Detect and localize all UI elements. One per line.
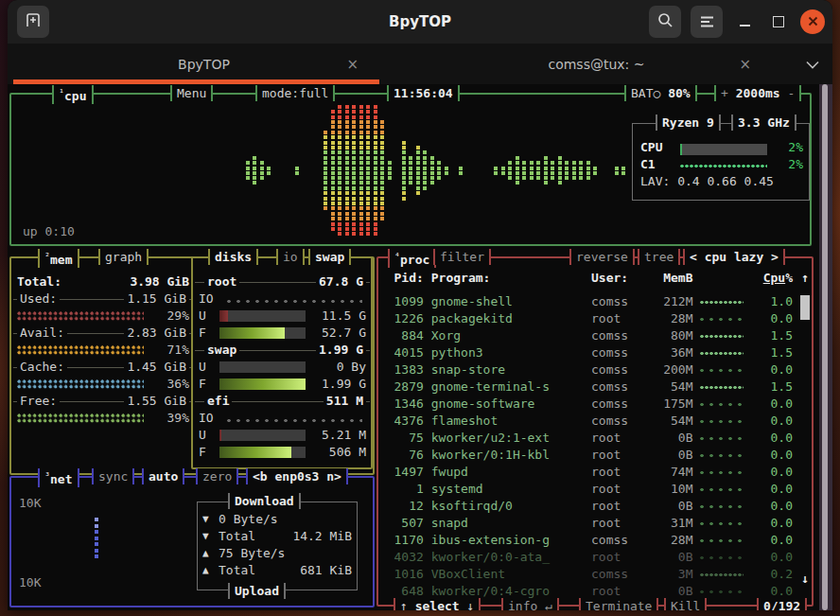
interval-plus-button[interactable]: + bbox=[721, 86, 728, 100]
proc-header-row: Pid: Program: User: MemB Cpu% bbox=[384, 270, 793, 287]
search-icon bbox=[657, 12, 674, 32]
proc-row[interactable]: 1346gnome-softwarecomss175M0.0 bbox=[384, 396, 793, 413]
proc-row[interactable]: 2879gnome-terminal-scomss54M1.5 bbox=[384, 378, 793, 396]
download-arrow-icon: ▼ bbox=[202, 528, 219, 545]
mem-meter-row: 36% bbox=[17, 376, 189, 393]
proc-row[interactable]: 12ksoftirqd/0root0B0.0 bbox=[384, 498, 793, 515]
tab-bpytop[interactable]: BpyTOP × bbox=[8, 44, 400, 84]
cpu-model: Ryzen 9 bbox=[656, 114, 721, 131]
close-button[interactable] bbox=[800, 9, 825, 34]
proc-box: ⁴proc filter reverse tree < cpu lazy > P… bbox=[376, 256, 814, 607]
tab-close-icon[interactable]: × bbox=[739, 56, 751, 73]
load-average: LAV: 0.4 0.66 0.45 bbox=[640, 173, 803, 190]
proc-select-buttons[interactable]: ↑ select ↓ bbox=[394, 598, 481, 610]
terminal-scrollbar[interactable] bbox=[819, 84, 832, 610]
proc-tree-button[interactable]: tree bbox=[638, 249, 680, 265]
proc-reverse-button[interactable]: reverse bbox=[569, 249, 635, 265]
mem-graph-toggle[interactable]: graph bbox=[98, 249, 149, 265]
menu-button-bpytop[interactable]: Menu bbox=[170, 85, 213, 101]
mem-meter-row: 29% bbox=[17, 308, 189, 325]
proc-row[interactable]: 75kworker/u2:1-extroot0B0.0 bbox=[384, 430, 793, 447]
maximize-button[interactable] bbox=[766, 9, 791, 34]
proc-row[interactable]: 1170ibus-extension-gcomss28M0.0 bbox=[384, 532, 793, 549]
disk-name-row: swap1.99 G bbox=[199, 342, 366, 359]
proc-sort-column[interactable]: Cpu% bbox=[755, 270, 793, 287]
net-speed-box: Download Upload ▼0 Byte/s▼Total14.2 MiB▲… bbox=[197, 502, 358, 590]
net-box-title[interactable]: ³net bbox=[38, 468, 79, 487]
net-sync-toggle[interactable]: sync bbox=[92, 468, 134, 484]
tab-list-button[interactable] bbox=[793, 44, 832, 84]
tab-label: BpyTOP bbox=[178, 57, 230, 72]
proc-row[interactable]: 76kworker/0:1H-kblroot0B0.0 bbox=[384, 447, 793, 464]
net-zero-toggle[interactable]: zero bbox=[196, 468, 238, 484]
minimize-icon bbox=[740, 25, 750, 26]
net-speed-row: ▲Total681 KiB bbox=[202, 562, 352, 579]
disk-meter-row: U0 By bbox=[199, 359, 366, 376]
cpu-graph bbox=[54, 100, 633, 240]
proc-row[interactable]: 1226packagekitdroot28M0.0 bbox=[384, 310, 793, 327]
mem-row: Cache:1.45 GiB bbox=[17, 359, 189, 376]
proc-scrollbar-thumb[interactable] bbox=[800, 295, 810, 320]
net-scale-top: 10K bbox=[19, 495, 41, 512]
disks-io-toggle[interactable]: io bbox=[276, 249, 305, 265]
disks-box: disks io swap root67.8 GIOU11.5 GF52.7 G… bbox=[191, 256, 373, 469]
proc-kill-button[interactable]: Kill bbox=[664, 598, 707, 610]
close-icon bbox=[808, 15, 818, 29]
mem-row: Used:1.15 GiB bbox=[17, 290, 189, 308]
proc-sort-selector[interactable]: < cpu lazy > bbox=[683, 249, 785, 265]
mem-row: Free:1.55 GiB bbox=[17, 393, 189, 410]
mem-meter-row: 39% bbox=[17, 410, 189, 427]
cpu-core1-meter bbox=[680, 164, 767, 168]
tab-shell[interactable]: comss@tux: ~ × bbox=[400, 44, 793, 84]
battery-indicator: BAT○ 80% bbox=[624, 85, 697, 101]
upload-arrow-icon: ▲ bbox=[202, 545, 219, 562]
proc-row[interactable]: 1497fwupdroot74M0.0 bbox=[384, 464, 793, 481]
tab-label: comss@tux: ~ bbox=[548, 57, 644, 72]
net-interface-switcher[interactable]: <b enp0s3 n> bbox=[246, 468, 348, 484]
proc-row[interactable]: 1099gnome-shellcomss212M1.0 bbox=[384, 293, 793, 310]
disk-io-row: IO bbox=[199, 410, 366, 427]
disks-swap-toggle[interactable]: swap bbox=[308, 249, 351, 265]
terminal-window: BpyTOP BpyTOP × bbox=[8, 0, 832, 610]
proc-terminate-button[interactable]: Terminate bbox=[579, 598, 658, 610]
battery-icon: ○ bbox=[653, 86, 660, 100]
disk-io-row: IO bbox=[199, 290, 366, 308]
net-box: ³net sync auto zero <b enp0s3 n> 10K 10K… bbox=[9, 476, 375, 607]
interval-control: + 2000ms - bbox=[714, 85, 801, 101]
mode-toggle[interactable]: mode:full bbox=[255, 85, 335, 101]
disk-meter-row: U5.21 M bbox=[199, 427, 366, 444]
menu-button[interactable] bbox=[691, 6, 723, 38]
proc-row[interactable]: 4015python3comss36M1.5 bbox=[384, 344, 793, 361]
proc-row[interactable]: 1systemdroot10M0.0 bbox=[384, 481, 793, 498]
cpu-box: ¹cpu Menu mode:full 11:56:04 BAT○ 80% + … bbox=[9, 93, 812, 246]
download-label: Download bbox=[228, 493, 301, 509]
terminal-scrollbar-thumb[interactable] bbox=[822, 84, 828, 610]
tab-close-icon[interactable]: × bbox=[346, 56, 359, 73]
net-auto-toggle[interactable]: auto bbox=[142, 468, 184, 484]
proc-scroll-up-icon[interactable]: ↑ bbox=[801, 270, 809, 287]
proc-row[interactable]: 4032kworker/0:0-ata_root0B0.0 bbox=[384, 549, 793, 566]
proc-info-button[interactable]: info ↵ bbox=[501, 598, 559, 610]
proc-filter-button[interactable]: filter bbox=[433, 249, 491, 265]
terminal-content: ¹cpu Menu mode:full 11:56:04 BAT○ 80% + … bbox=[8, 84, 832, 610]
net-speed-row: ▲75 Byte/s bbox=[202, 545, 352, 562]
proc-row[interactable]: 507snapdroot31M0.0 bbox=[384, 515, 793, 532]
search-button[interactable] bbox=[649, 6, 681, 38]
disk-meter-row: F506 M bbox=[199, 444, 366, 461]
mem-box-title[interactable]: ²mem bbox=[38, 249, 79, 268]
proc-row[interactable]: 4376flameshotcomss54M0.0 bbox=[384, 413, 793, 430]
interval-minus-button[interactable]: - bbox=[787, 86, 795, 100]
proc-row[interactable]: 1016VBoxClientcomss3M0.2 bbox=[384, 566, 793, 583]
upload-arrow-icon: ▲ bbox=[202, 562, 219, 579]
proc-box-title[interactable]: ⁴proc bbox=[388, 249, 436, 268]
proc-row[interactable]: 1383snap-storecomss200M0.0 bbox=[384, 361, 793, 378]
proc-row[interactable]: 884Xorgcomss80M1.5 bbox=[384, 327, 793, 344]
disk-name-row: root67.8 G bbox=[199, 273, 366, 290]
disks-box-title[interactable]: disks bbox=[208, 249, 258, 265]
cpu-stats-box: Ryzen 9 3.3 GHz CPU 2% C1 2% bbox=[632, 123, 810, 201]
minimize-button[interactable] bbox=[732, 9, 757, 34]
cpu-total-row: CPU 2% bbox=[640, 139, 803, 156]
mem-row: Avail:2.83 GiB bbox=[17, 325, 189, 342]
proc-scroll-down-icon[interactable]: ↓ bbox=[801, 571, 809, 588]
uptime: up 0:10 bbox=[23, 223, 75, 240]
